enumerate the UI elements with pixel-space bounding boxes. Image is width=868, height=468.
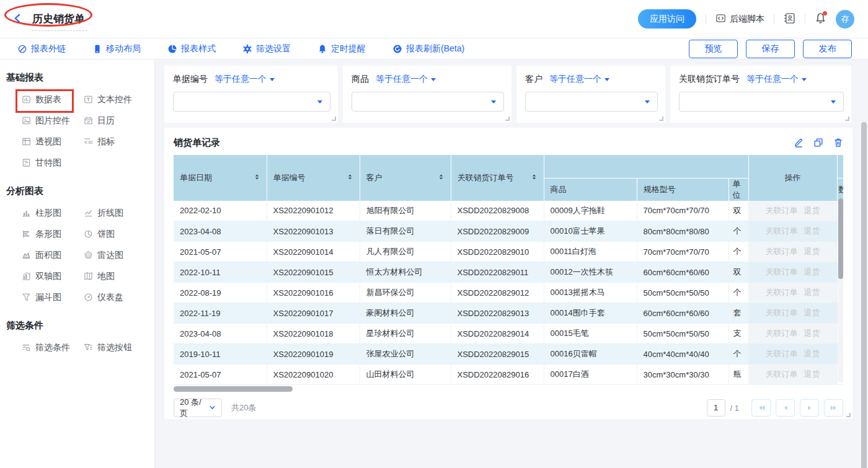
sidebar-item-gauge[interactable]: 仪表盘 (84, 291, 146, 303)
return-link[interactable]: 退货 (804, 288, 820, 297)
page-scrollbar[interactable] (861, 120, 867, 468)
sidebar-item-calendar[interactable]: 日历 (84, 115, 146, 126)
cell-product: 00012一次性木筷 (544, 262, 637, 283)
return-link[interactable]: 退货 (804, 247, 820, 256)
related-order-link[interactable]: 关联订单 (766, 288, 798, 297)
back-button[interactable] (12, 13, 23, 25)
sidebar-item-text-widget[interactable]: 文本控件 (84, 94, 146, 105)
preview-button[interactable]: 预览 (689, 40, 738, 58)
sidebar-item-bar-chart[interactable]: 条形图 (22, 228, 84, 240)
contacts-button[interactable] (784, 12, 795, 26)
return-link[interactable]: 退货 (804, 349, 820, 358)
sidebar-item-filter-condition[interactable]: 筛选条件 (22, 342, 84, 353)
toolbar-item-alarm[interactable]: 定时提醒 (317, 43, 366, 55)
save-button[interactable]: 保存 (746, 40, 795, 58)
return-link[interactable]: 退货 (804, 267, 820, 276)
page-size-select[interactable]: 20 条/页 (174, 399, 222, 417)
column-header[interactable]: 单据编号 (267, 155, 360, 201)
return-link[interactable]: 退货 (804, 308, 820, 317)
sub-column-header[interactable]: 规格型号 (637, 178, 728, 201)
return-link[interactable]: 退货 (804, 369, 820, 379)
delete-icon[interactable] (833, 138, 843, 148)
sort-icon[interactable] (347, 173, 353, 183)
cell-product: 00014围巾手套 (544, 303, 637, 324)
avatar[interactable]: 存 (836, 10, 854, 29)
cell-unit: 瓶 (728, 364, 748, 385)
sidebar-item-area-chart[interactable]: 面积图 (22, 249, 84, 261)
filter-value-select[interactable] (173, 92, 330, 112)
publish-button[interactable]: 发布 (803, 40, 852, 58)
sidebar-item-funnel-chart[interactable]: 漏斗图 (22, 291, 84, 303)
return-link[interactable]: 退货 (804, 226, 820, 236)
filter-condition-dropdown[interactable]: 等于任意一个 (549, 74, 609, 85)
sidebar-item-data-table[interactable]: 数据表 (22, 94, 84, 105)
related-order-link[interactable]: 关联订单 (766, 267, 798, 276)
notifications-button[interactable] (815, 12, 826, 26)
sidebar-item-image-widget[interactable]: 图片控件 (22, 115, 84, 126)
filter-condition-dropdown[interactable]: 等于任意一个 (376, 74, 436, 85)
sidebar-item-metric[interactable]: 4,80指标 (84, 136, 146, 148)
filter-value-select[interactable] (352, 92, 504, 112)
filter-condition-dropdown[interactable]: 等于任意一个 (215, 74, 275, 85)
toolbar-item-mobile[interactable]: 移动布局 (92, 43, 141, 55)
resize-handle[interactable] (332, 117, 336, 121)
toolbar-item-link[interactable]: 报表外链 (17, 43, 66, 55)
sidebar-item-pie-chart[interactable]: 饼图 (84, 228, 146, 240)
edit-icon[interactable] (794, 138, 804, 148)
resize-handle[interactable] (659, 117, 663, 121)
sidebar-item-line-chart[interactable]: 折线图 (84, 207, 146, 219)
filter-value-select[interactable] (679, 92, 844, 112)
filter-widget-3[interactable]: 关联销货订单号等于任意一个 (670, 66, 851, 123)
backend-script-button[interactable]: 后端脚本 (715, 13, 764, 25)
toolbar-item-pie-solid[interactable]: 报表样式 (167, 43, 216, 55)
resize-handle[interactable] (845, 117, 849, 121)
table-horizontal-scrollbar[interactable] (174, 386, 843, 392)
sidebar-item-pivot[interactable]: 透视图 (22, 136, 84, 148)
first-page-button[interactable] (751, 399, 771, 417)
resize-handle[interactable] (846, 413, 851, 417)
sort-icon[interactable] (531, 173, 538, 183)
link-icon (17, 44, 27, 54)
filter-condition-dropdown[interactable]: 等于任意一个 (746, 74, 807, 85)
filter-value-select[interactable] (525, 92, 658, 112)
sort-icon[interactable] (254, 173, 260, 183)
sidebar-item-radar-chart[interactable]: 雷达图 (84, 249, 146, 261)
sub-column-header[interactable]: 单位 (728, 178, 748, 201)
page-title[interactable]: 历史销货单 (32, 12, 85, 26)
related-order-link[interactable]: 关联订单 (766, 247, 798, 256)
filter-widget-1[interactable]: 商品等于任意一个 (343, 66, 512, 123)
related-order-link[interactable]: 关联订单 (766, 329, 798, 338)
sort-icon[interactable] (438, 173, 445, 183)
sidebar-item-dual-axis[interactable]: 双轴图 (22, 270, 84, 282)
resize-handle[interactable] (505, 117, 510, 121)
related-order-link[interactable]: 关联订单 (766, 226, 798, 236)
sidebar-item-map[interactable]: 地图 (84, 270, 146, 282)
app-access-button[interactable]: 应用访问 (638, 9, 696, 29)
related-order-link[interactable]: 关联订单 (766, 349, 798, 358)
toolbar-item-gear[interactable]: 筛选设置 (242, 43, 291, 55)
current-page-input[interactable]: 1 (707, 399, 725, 417)
sidebar-item-column-chart[interactable]: 柱形图 (22, 207, 84, 219)
return-link[interactable]: 退货 (804, 329, 820, 338)
sub-column-header[interactable]: 商品 (544, 178, 637, 201)
column-header[interactable]: 单据日期 (174, 155, 267, 201)
column-header[interactable]: 关联销货订单号 (451, 155, 544, 201)
cell-order-no: XSDD20220829011 (451, 262, 544, 283)
next-page-button[interactable] (800, 399, 819, 417)
filter-widget-2[interactable]: 客户等于任意一个 (516, 66, 665, 123)
return-link[interactable]: 退货 (804, 206, 820, 215)
table-vertical-scrollbar[interactable] (838, 198, 843, 382)
filter-widget-0[interactable]: 单据编号等于任意一个 (164, 66, 338, 123)
column-header[interactable]: 客户 (360, 155, 451, 201)
toolbar-item-refresh[interactable]: 报表刷新(Beta) (392, 43, 464, 55)
metric-icon: 4,80 (84, 137, 93, 146)
sales-table-widget[interactable]: 销货单记录 单据日期单据编号客户关联销货订单号操作商品规格型号单位数量2022-… (164, 128, 852, 419)
prev-page-button[interactable] (776, 399, 795, 417)
related-order-link[interactable]: 关联订单 (766, 369, 798, 379)
copy-icon[interactable] (813, 138, 823, 148)
last-page-button[interactable] (824, 399, 843, 417)
sidebar-item-filter-button[interactable]: 筛选按钮 (84, 342, 146, 353)
related-order-link[interactable]: 关联订单 (766, 206, 798, 215)
sidebar-item-gantt[interactable]: 甘特图 (22, 157, 84, 169)
related-order-link[interactable]: 关联订单 (766, 308, 798, 317)
